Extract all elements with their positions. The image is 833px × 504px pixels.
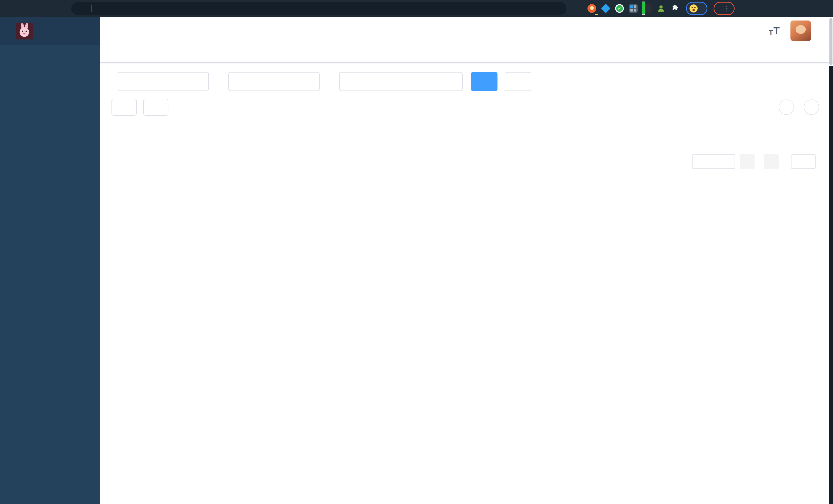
extension-on-label (642, 2, 645, 15)
avatar[interactable] (790, 21, 811, 41)
next-page-button[interactable] (764, 154, 779, 169)
extension-icon-onetab[interactable] (643, 4, 651, 13)
table-header-row (112, 122, 819, 138)
date-range-picker[interactable] (339, 72, 462, 91)
search-icon[interactable] (689, 26, 698, 35)
show-search-toggle[interactable] (779, 99, 794, 115)
table-desc-input[interactable] (229, 72, 319, 91)
extension-row: ✓ (588, 4, 679, 13)
tags-bar (100, 45, 833, 63)
reload-icon[interactable] (39, 4, 48, 13)
import-db-button[interactable] (112, 99, 137, 116)
refresh-icon (808, 104, 815, 111)
fullscreen-icon[interactable] (749, 26, 758, 35)
extension-icon-person[interactable] (657, 4, 665, 13)
back-icon[interactable] (6, 4, 15, 13)
prev-page-button[interactable] (740, 154, 755, 169)
main-area: TT (100, 17, 833, 504)
pagination (112, 154, 819, 175)
app-header: TT (100, 17, 833, 45)
next-arrow-icon (768, 159, 774, 164)
table-name-input[interactable] (118, 72, 209, 91)
header-actions: TT (689, 21, 824, 41)
font-size-icon[interactable]: TT (769, 26, 780, 36)
goto-page (787, 154, 819, 169)
upload-icon (119, 104, 126, 111)
import-sql-button[interactable] (143, 99, 168, 116)
logo-rabbit-icon (16, 23, 33, 40)
prev-arrow-icon (744, 159, 750, 164)
goto-page-input[interactable] (791, 154, 815, 169)
search-form (112, 72, 819, 91)
github-icon[interactable] (709, 26, 718, 35)
search-toggle-icon (783, 104, 790, 111)
extension-icon-check[interactable]: ✓ (615, 4, 624, 13)
forward-icon[interactable] (22, 4, 31, 13)
select-caret-icon (725, 159, 731, 164)
browser-toolbar: ✓ ⋮ (0, 0, 833, 17)
sidebar-collapse-icon[interactable] (109, 25, 120, 36)
scrollbar-track[interactable] (829, 66, 833, 504)
reset-refresh-icon (513, 78, 520, 85)
extension-icon-grid[interactable] (629, 4, 638, 13)
chevron-down-icon[interactable] (818, 28, 824, 34)
browser-menu-icon[interactable]: ⋮ (723, 5, 730, 12)
browser-update-button[interactable]: ⋮ (714, 2, 735, 15)
url-divider (91, 5, 92, 12)
browser-profile-chip[interactable] (686, 2, 708, 15)
profile-face-icon (689, 4, 698, 13)
sidebar (0, 17, 100, 504)
calendar-icon (344, 78, 352, 86)
extension-icon-orange[interactable] (588, 4, 596, 13)
address-bar[interactable] (71, 2, 567, 15)
home-icon[interactable] (55, 4, 64, 13)
help-icon[interactable] (729, 26, 738, 35)
security-status[interactable] (78, 5, 88, 12)
extensions-puzzle-icon[interactable] (670, 4, 679, 13)
extension-badge (595, 14, 598, 15)
table-tools (779, 99, 819, 115)
app-logo[interactable] (0, 17, 100, 45)
content (100, 63, 833, 175)
upload-icon (151, 104, 158, 111)
bookmark-star-icon[interactable] (573, 4, 582, 13)
page-size-select[interactable] (692, 154, 735, 169)
refresh-table-button[interactable] (804, 99, 819, 115)
search-button[interactable] (471, 72, 498, 91)
warning-icon (78, 5, 85, 12)
codegen-table (112, 122, 819, 138)
table-toolbar (112, 99, 819, 116)
search-button-icon (479, 78, 486, 85)
reset-button[interactable] (505, 72, 531, 91)
scrollbar-thumb[interactable] (829, 18, 832, 65)
extension-icon-gem[interactable] (601, 4, 611, 13)
